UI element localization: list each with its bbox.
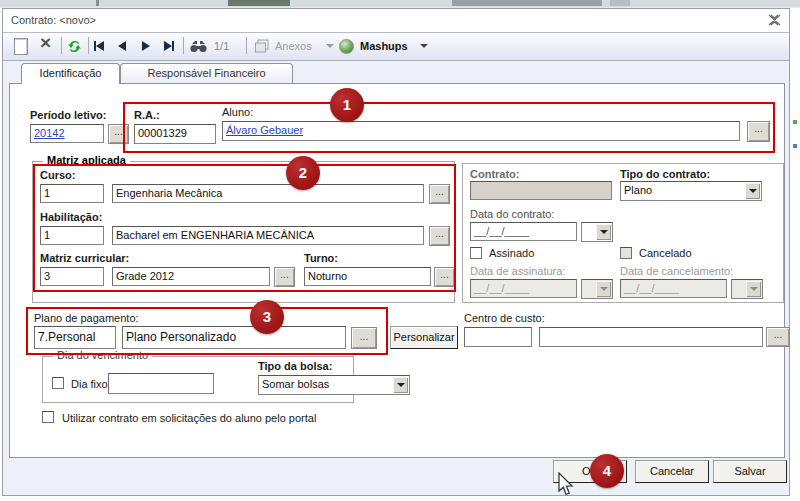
- background-fragment: [452, 0, 602, 6]
- centro-custo-label: Centro de custo:: [464, 312, 545, 324]
- anexos-button[interactable]: Anexos: [254, 37, 312, 55]
- turno-browse-button[interactable]: ...: [434, 267, 455, 287]
- chevron-down-icon[interactable]: [393, 377, 408, 393]
- tipo-contrato-select[interactable]: Plano: [620, 181, 762, 201]
- aluno-input[interactable]: Álvaro Gebauer: [222, 121, 740, 141]
- background-fragment: [610, 0, 630, 6]
- personalizar-button[interactable]: Personalizar: [390, 326, 458, 349]
- habilitacao-browse-button[interactable]: ...: [429, 226, 450, 246]
- close-icon[interactable]: [768, 14, 781, 26]
- window-title: Contrato: <novo>: [11, 14, 96, 26]
- attachments-icon: [254, 39, 270, 54]
- matriz-curricular-label: Matriz curricular:: [40, 252, 129, 264]
- turno-label: Turno:: [304, 252, 338, 264]
- centro-custo-browse-button[interactable]: ...: [766, 327, 790, 347]
- tipo-contrato-label: Tipo do contrato:: [620, 168, 710, 180]
- centro-custo-code-input[interactable]: [464, 327, 532, 347]
- matriz-aplicada-group-label: Matriz aplicada: [43, 154, 130, 166]
- chevron-down-icon[interactable]: [596, 224, 611, 240]
- chevron-down-icon: [746, 281, 761, 297]
- delete-record-button[interactable]: ×: [40, 34, 51, 52]
- data-contrato-date-picker[interactable]: [581, 222, 613, 242]
- portal-checkbox-label: Utilizar contrato em solicitações do alu…: [62, 412, 316, 424]
- nav-last-button[interactable]: [164, 37, 174, 55]
- curso-browse-button[interactable]: ...: [429, 184, 450, 204]
- periodo-letivo-browse-button[interactable]: ...: [108, 124, 129, 144]
- matriz-curricular-code-input[interactable]: 3: [40, 267, 104, 286]
- toolbar-separator: [88, 37, 89, 54]
- ra-input[interactable]: 00001329: [134, 124, 216, 144]
- mashups-globe-icon: [339, 39, 354, 54]
- tab-panel-identificacao: Período letivo: 20142 ... R.A.: 00001329…: [9, 83, 785, 458]
- dia-fixo-checkbox[interactable]: [52, 377, 64, 389]
- nav-previous-button[interactable]: [118, 37, 126, 55]
- dia-vencimento-group-label: Dia do vencimento: [53, 349, 152, 361]
- contrato-input: [470, 181, 612, 200]
- record-counter: 1/1: [214, 37, 229, 55]
- anexos-label: Anexos: [275, 40, 312, 52]
- data-assinatura-label: Data de assinatura:: [470, 265, 565, 277]
- background-fragment: [96, 0, 99, 6]
- search-button[interactable]: [190, 37, 207, 55]
- data-cancelamento-label: Data de cancelamento:: [620, 265, 733, 277]
- curso-label: Curso:: [40, 169, 75, 181]
- tipo-bolsa-select[interactable]: Somar bolsas: [258, 375, 410, 395]
- aluno-browse-button[interactable]: ...: [747, 121, 770, 142]
- habilitacao-name-input[interactable]: Bacharel em ENGENHARIA MECÂNICA: [112, 226, 424, 245]
- tab-responsavel-financeiro[interactable]: Responsável Financeiro: [120, 63, 293, 83]
- curso-code-input[interactable]: 1: [40, 184, 104, 203]
- refresh-button[interactable]: [67, 37, 82, 55]
- toolbar-separator: [246, 37, 247, 54]
- callout-2: 2: [286, 156, 320, 190]
- matriz-curricular-browse-button[interactable]: ...: [274, 267, 295, 287]
- centro-custo-name-input[interactable]: [539, 327, 763, 347]
- mashups-button[interactable]: Mashups: [339, 37, 408, 55]
- background-fragment: [793, 120, 797, 124]
- cancelar-button[interactable]: Cancelar: [635, 460, 709, 483]
- chevron-down-icon[interactable]: [745, 183, 760, 199]
- new-record-button[interactable]: [14, 37, 28, 55]
- periodo-letivo-label: Período letivo:: [30, 109, 106, 121]
- title-bar: Contrato: <novo>: [3, 9, 789, 32]
- data-cancelamento-input: __/__/____: [620, 279, 727, 298]
- portal-checkbox[interactable]: [42, 411, 54, 423]
- mashups-dropdown[interactable]: [420, 37, 428, 55]
- cancelado-checkbox[interactable]: [620, 247, 632, 259]
- previous-record-icon: [118, 41, 126, 51]
- dia-fixo-input[interactable]: [108, 373, 214, 394]
- toolbar-separator: [61, 37, 62, 54]
- toolbar-separator: [183, 37, 184, 54]
- nav-next-button[interactable]: [142, 37, 150, 55]
- salvar-button[interactable]: Salvar: [713, 460, 787, 483]
- contrato-label: Contrato:: [470, 168, 520, 180]
- refresh-icon: [67, 39, 82, 54]
- turno-input[interactable]: Noturno: [304, 267, 431, 286]
- toolbar: × 1/1: [3, 32, 789, 61]
- dia-fixo-label: Dia fixo: [71, 378, 108, 390]
- plano-pagamento-label: Plano de pagamento:: [34, 312, 139, 324]
- plano-pagamento-name-input[interactable]: Plano Personalizado: [122, 326, 346, 349]
- background-right-strip: [789, 8, 800, 494]
- habilitacao-code-input[interactable]: 1: [40, 226, 104, 245]
- chevron-down-icon: [326, 44, 334, 48]
- tab-identificacao[interactable]: Identificação: [21, 63, 120, 84]
- background-page-strip: [0, 0, 800, 8]
- anexos-dropdown[interactable]: [326, 37, 334, 55]
- chevron-down-icon: [596, 281, 611, 297]
- callout-1: 1: [330, 88, 364, 122]
- callout-4: 4: [590, 454, 624, 488]
- callout-3: 3: [250, 300, 284, 334]
- last-record-icon: [164, 41, 172, 51]
- periodo-letivo-input[interactable]: 20142: [30, 124, 104, 143]
- curso-name-input[interactable]: Engenharia Mecânica: [112, 184, 424, 203]
- chevron-down-icon: [420, 44, 428, 48]
- plano-pagamento-browse-button[interactable]: ...: [351, 327, 377, 349]
- delete-x-icon: ×: [40, 34, 51, 52]
- nav-first-button[interactable]: [94, 37, 104, 55]
- binoculars-icon: [190, 40, 207, 53]
- plano-pagamento-code-input[interactable]: 7.Personal: [34, 326, 116, 349]
- assinado-checkbox[interactable]: [470, 247, 482, 259]
- data-contrato-input[interactable]: __/__/____: [470, 222, 577, 241]
- data-assinatura-date-picker: [581, 279, 613, 299]
- matriz-curricular-name-input[interactable]: Grade 2012: [112, 267, 270, 286]
